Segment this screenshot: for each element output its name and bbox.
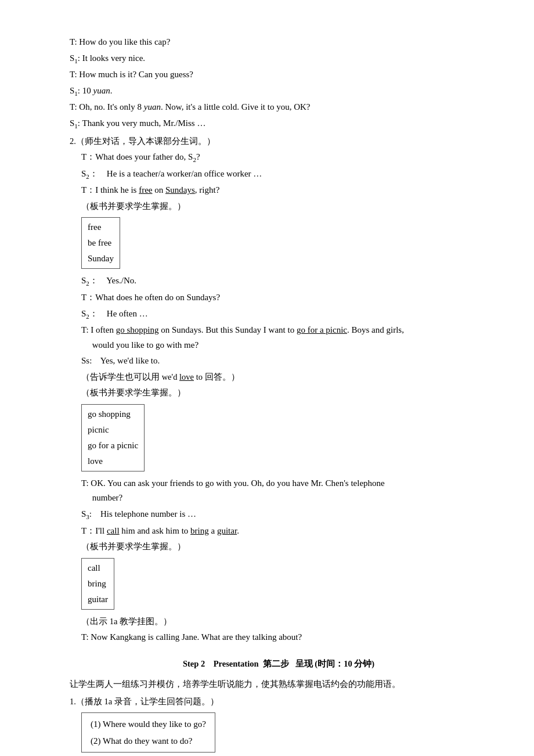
vocab-item: guitar	[88, 592, 108, 607]
dialogue-line-7: T：What does your father do, S2?	[70, 150, 488, 165]
question-1: (1) Where would they like to go?	[91, 716, 206, 733]
main-content: T: How do you like this cap? S1: It look…	[70, 35, 488, 756]
vocab-item: be free	[88, 235, 114, 251]
dialogue-line-16: S3: His telephone number is …	[70, 507, 488, 523]
dialogue-line-1: T: How do you like this cap?	[70, 35, 488, 50]
speaker-label: T：I'll call him and ask him to bring a g…	[81, 526, 239, 535]
note-2: （板书并要求学生掌握。）	[70, 199, 488, 214]
dialogue-line-12: S2： He often …	[70, 307, 488, 322]
dialogue-line-13: T: I often go shopping on Sundays. But t…	[70, 323, 488, 352]
dialogue-line-3: T: How much is it? Can you guess?	[70, 67, 488, 82]
speaker-label: T：What does your father do, S2?	[81, 152, 200, 161]
question-2: (2) What do they want to do?	[91, 733, 206, 750]
section-2-header: 2.（师生对话，导入本课部分生词。）	[70, 134, 488, 149]
vocab-item: go for a picnic	[88, 438, 138, 453]
vocab-item: free	[88, 219, 114, 235]
vocab-item: bring	[88, 576, 108, 592]
speaker-label: T: OK. You can ask your friends to go wi…	[81, 478, 385, 503]
speaker-label: S1: 10 yuan.	[70, 86, 112, 95]
dialogue-line-5: T: Oh, no. It's only 8 yuan. Now, it's a…	[70, 100, 488, 115]
vocab-item: go shopping	[88, 406, 138, 422]
dialogue-line-14: Ss: Yes, we'd like to.	[70, 354, 488, 369]
speaker-label: S2： He is a teacher/a worker/an office w…	[81, 169, 262, 178]
vocab-box-2: go shopping picnic go for a picnic love	[81, 404, 145, 471]
vocab-item: Sunday	[88, 251, 114, 267]
dialogue-line-8: S2： He is a teacher/a worker/an office w…	[70, 167, 488, 182]
speaker-label: S2： Yes./No.	[81, 276, 136, 285]
speaker-label: T: Oh, no. It's only 8 yuan. Now, it's a…	[70, 102, 311, 111]
dialogue-line-6: S1: Thank you very much, Mr./Miss …	[70, 116, 488, 132]
speaker-label: S3: His telephone number is …	[81, 509, 196, 519]
note-4: （板书并要求学生掌握。）	[70, 386, 488, 401]
dialogue-line-4: S1: 10 yuan.	[70, 84, 488, 99]
vocab-box-3: call bring guitar	[81, 558, 114, 610]
speaker-label: T: How do you like this cap?	[70, 37, 170, 46]
vocab-box-1: free be free Sunday	[81, 217, 120, 269]
note-6: （出示 1a 教学挂图。）	[70, 614, 488, 629]
vocab-item: love	[88, 453, 138, 469]
step-title: Step 2 Presentation 第二步 呈现 (时间：10 分钟)	[183, 659, 374, 668]
speaker-label: T：I think he is free on Sundays, right?	[81, 185, 219, 195]
questions-box: (1) Where would they like to go? (2) Wha…	[81, 712, 215, 753]
dialogue-line-2: S1: It looks very nice.	[70, 51, 488, 67]
dialogue-line-18: T: Now Kangkang is calling Jane. What ar…	[70, 630, 488, 645]
note-5: （板书并要求学生掌握。）	[70, 539, 488, 555]
speaker-label: S1: Thank you very much, Mr./Miss …	[70, 118, 205, 128]
section-number: 2.（师生对话，导入本课部分生词。）	[70, 136, 215, 146]
speaker-label: S1: It looks very nice.	[70, 53, 145, 63]
chinese-intro: 让学生两人一组练习并模仿，培养学生听说能力，使其熟练掌握电话约会的功能用语。	[70, 677, 488, 692]
note-7: 1.（播放 1a 录音，让学生回答问题。）	[70, 694, 488, 710]
vocab-item: picnic	[88, 422, 138, 438]
speaker-label: S2： He often …	[81, 309, 148, 318]
dialogue-line-10: S2： Yes./No.	[70, 273, 488, 289]
speaker-label: T: I often go shopping on Sundays. But t…	[81, 325, 404, 350]
step-header: Step 2 Presentation 第二步 呈现 (时间：10 分钟)	[70, 657, 488, 672]
dialogue-line-17: T：I'll call him and ask him to bring a g…	[70, 524, 488, 539]
speaker-label: T: Now Kangkang is calling Jane. What ar…	[81, 632, 302, 642]
dialogue-line-15: T: OK. You can ask your friends to go wi…	[70, 476, 488, 506]
vocab-item: call	[88, 560, 108, 576]
speaker-label: T: How much is it? Can you guess?	[70, 70, 193, 79]
speaker-label: T：What does he often do on Sundays?	[81, 293, 220, 302]
dialogue-line-9: T：I think he is free on Sundays, right?	[70, 183, 488, 198]
note-3: （告诉学生也可以用 we'd love to 回答。）	[70, 370, 488, 385]
speaker-label: Ss: Yes, we'd like to.	[81, 356, 160, 365]
dialogue-line-11: T：What does he often do on Sundays?	[70, 290, 488, 305]
